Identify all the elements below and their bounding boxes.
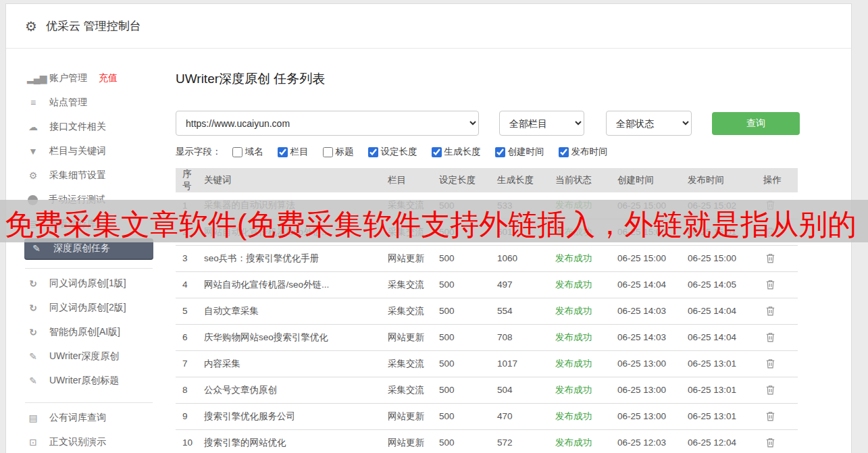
status-filter-select[interactable]: 全部状态: [606, 111, 692, 136]
cell-column: 采集交流: [385, 350, 436, 377]
sidebar-item[interactable]: ✎ UWriter原创标题: [6, 369, 172, 393]
column-header: 栏目: [385, 168, 436, 192]
page-title: UWriter深度原创 任务列表: [176, 70, 851, 88]
cell-keyword: 网站自动化宣传机器/seo外链...: [201, 271, 385, 298]
cell-keyword: 内容采集: [201, 350, 385, 377]
cell-created: 06-25 13:00: [615, 350, 685, 377]
cell-published: 06-25 13:01: [685, 403, 761, 429]
recharge-badge[interactable]: 充值: [99, 72, 118, 84]
cell-no: 7: [176, 350, 201, 377]
trash-icon: [765, 410, 776, 422]
cell-status: 发布成功: [553, 271, 615, 298]
sidebar-item[interactable]: ⊡ 正文识别演示: [6, 430, 172, 453]
sidebar-item[interactable]: ▼ 栏目与关键词: [6, 139, 172, 163]
sidebar-item-label: UWriter原创标题: [49, 375, 119, 387]
field-checkbox-label: 域名: [245, 146, 263, 158]
table-row: 3 seo兵书：搜索引擎优化手册 网站更新 500 1060 发布成功 06-2…: [176, 245, 798, 271]
column-filter-select[interactable]: 全部栏目: [499, 111, 584, 136]
refresh-icon: ↻: [27, 302, 39, 313]
trash-icon: [765, 358, 776, 369]
cell-set-length: 500: [436, 377, 494, 403]
cell-column: 采集交流: [385, 298, 436, 324]
delete-button[interactable]: [763, 304, 776, 319]
delete-button[interactable]: [763, 356, 776, 371]
cell-published: 06-25 13:01: [685, 377, 761, 403]
column-header: 创建时间: [615, 168, 685, 192]
cell-created: 06-25 14:04: [615, 271, 685, 298]
trash-icon: [765, 252, 776, 264]
field-checkbox-label: 栏目: [290, 146, 309, 158]
cell-created: 06-25 12:03: [615, 429, 685, 453]
field-checkbox-input[interactable]: [559, 147, 569, 157]
delete-button[interactable]: [763, 277, 776, 292]
cell-no: 3: [176, 245, 201, 271]
monitor-icon: ⊡: [27, 437, 39, 448]
cell-status: 发布成功: [553, 298, 615, 324]
cell-column: 网站更新: [385, 429, 436, 453]
table-row: 5 自动文章采集 采集交流 500 554 发布成功 06-25 14:03 0…: [176, 298, 798, 324]
field-checkbox[interactable]: 发布时间: [559, 146, 608, 158]
sidebar-item[interactable]: ▤ 公有词库查询: [6, 406, 172, 430]
column-header: 设定长度: [436, 168, 494, 192]
cell-status: 发布成功: [553, 324, 615, 350]
field-checkbox-input[interactable]: [432, 147, 442, 157]
field-checkbox[interactable]: 创建时间: [495, 146, 544, 158]
sidebar-item[interactable]: ↻ 同义词伪原创[1版]: [6, 271, 172, 296]
field-checkbox-input[interactable]: [323, 147, 333, 157]
trash-icon: [765, 331, 776, 343]
sidebar-item[interactable]: ☁ 接口文件相关: [6, 115, 172, 139]
cell-keyword: 公众号文章伪原创: [201, 377, 385, 403]
column-header: 发布时间: [685, 168, 761, 192]
field-checkbox-input[interactable]: [232, 147, 242, 157]
cell-no: 8: [176, 377, 201, 403]
sidebar-item-label: 采集细节设置: [49, 169, 106, 182]
field-checkbox-input[interactable]: [495, 147, 505, 157]
column-header: 序号: [176, 168, 201, 192]
sidebar-item[interactable]: ↻ 智能伪原创[AI版]: [6, 320, 172, 344]
column-header: 关键词: [201, 168, 385, 192]
sidebar-item[interactable]: ≡ 站点管理: [6, 90, 172, 115]
cell-status: 发布成功: [553, 245, 615, 271]
cell-status: 发布成功: [553, 403, 615, 429]
query-button[interactable]: 查询: [712, 112, 800, 135]
table-row: 7 内容采集 采集交流 500 1017 发布成功 06-25 13:00 06…: [176, 350, 798, 377]
field-checkbox[interactable]: 标题: [323, 146, 354, 158]
trash-icon: [765, 305, 776, 317]
cell-gen-length: 708: [494, 324, 553, 350]
delete-button[interactable]: [763, 409, 776, 424]
cell-set-length: 500: [436, 350, 494, 377]
field-checkbox-input[interactable]: [368, 147, 378, 157]
table-row: 8 公众号文章伪原创 采集交流 500 504 发布成功 06-25 13:00…: [176, 377, 798, 403]
filter-bar: https://www.ucaiyun.com 全部栏目 全部状态 查询: [176, 111, 851, 136]
cell-keyword: seo兵书：搜索引擎优化手册: [201, 245, 385, 271]
cell-published: 06-25 14:04: [685, 324, 761, 350]
delete-button[interactable]: [763, 330, 776, 345]
delete-button[interactable]: [763, 383, 776, 398]
delete-button[interactable]: [763, 435, 776, 450]
cell-gen-length: 504: [494, 377, 553, 403]
cell-set-length: 500: [436, 298, 494, 324]
sidebar-item[interactable]: ↻ 同义词伪原创[2版]: [6, 296, 172, 320]
cell-created: 06-25 13:00: [615, 403, 685, 429]
cell-set-length: 500: [436, 245, 494, 271]
field-checkbox[interactable]: 栏目: [278, 146, 309, 158]
site-select[interactable]: https://www.ucaiyun.com: [176, 111, 479, 136]
sidebar-item[interactable]: ✎ UWriter深度原创: [6, 344, 172, 369]
cell-published: 06-25 14:05: [685, 271, 761, 298]
field-checkbox[interactable]: 设定长度: [368, 146, 417, 158]
delete-button[interactable]: [763, 251, 776, 266]
cell-no: 9: [176, 403, 201, 429]
field-checkbox[interactable]: 生成长度: [432, 146, 481, 158]
field-checkbox[interactable]: 域名: [232, 146, 263, 158]
sidebar-item[interactable]: ⚙ 采集细节设置: [6, 163, 172, 188]
column-header: 生成长度: [494, 168, 553, 192]
field-checkbox-input[interactable]: [278, 147, 288, 157]
cell-no: 5: [176, 298, 201, 324]
cell-gen-length: 1017: [494, 350, 553, 377]
cell-keyword: 庆华购物网站seo搜索引擎优化: [201, 324, 385, 350]
cell-column: 采集交流: [385, 271, 436, 298]
sidebar-item-label: 站点管理: [49, 97, 87, 109]
server-icon: ≡: [27, 97, 39, 108]
cell-created: 06-25 13:00: [615, 377, 685, 403]
sidebar-item[interactable]: ▂▄▆ 账户管理 充值: [6, 66, 172, 90]
